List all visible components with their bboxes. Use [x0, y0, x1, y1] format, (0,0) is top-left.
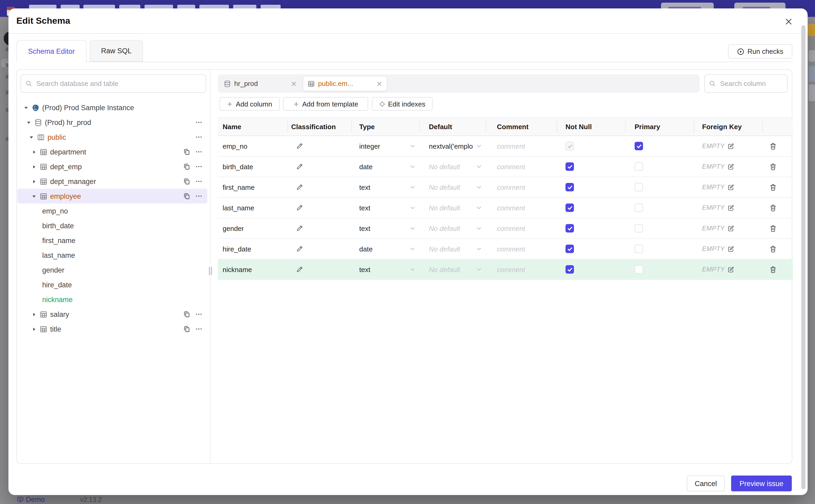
chevron-down-icon[interactable] [476, 266, 482, 273]
chevron-down-icon[interactable] [410, 246, 416, 252]
duplicate-table-icon[interactable] [183, 325, 190, 333]
caret-right-icon[interactable] [31, 178, 37, 185]
more-actions-icon[interactable] [195, 192, 202, 200]
classification-edit-icon[interactable] [296, 266, 303, 273]
tree-row-dept_emp[interactable]: dept_emp [17, 159, 207, 174]
caret-right-icon[interactable] [31, 311, 37, 317]
tree-row-dept_manager[interactable]: dept_manager [17, 174, 207, 189]
tree-row-gender[interactable]: gender [17, 263, 207, 277]
caret-down-icon[interactable] [28, 134, 34, 140]
column-name-cell[interactable]: hire_date [218, 239, 288, 259]
comment-cell[interactable]: comment [486, 136, 557, 156]
column-name-cell[interactable]: first_name [218, 177, 288, 197]
classification-edit-icon[interactable] [296, 183, 303, 191]
chevron-down-icon[interactable] [476, 184, 482, 190]
primary-checkbox[interactable] [635, 162, 643, 171]
caret-right-icon[interactable] [31, 326, 37, 332]
edit-foreign-key-icon[interactable] [727, 143, 734, 149]
column-name-cell[interactable]: emp_no [218, 136, 288, 156]
comment-cell[interactable]: comment [486, 218, 557, 238]
not-null-checkbox[interactable] [566, 162, 574, 171]
tree-row-employee[interactable]: employee [17, 189, 207, 203]
demo-link[interactable]: Demo [17, 496, 45, 503]
duplicate-table-icon[interactable] [183, 192, 190, 200]
delete-column-icon[interactable] [769, 163, 777, 171]
preview-issue-button[interactable]: Preview issue [731, 476, 792, 491]
column-name-cell[interactable]: nickname [218, 259, 288, 279]
comment-cell[interactable]: comment [486, 157, 557, 177]
column-name-cell[interactable]: birth_date [218, 157, 288, 177]
caret-down-icon[interactable] [25, 119, 32, 125]
chevron-down-icon[interactable] [410, 163, 416, 170]
classification-edit-icon[interactable] [296, 245, 303, 253]
close-tab-icon[interactable] [291, 80, 297, 87]
tab-raw-sql[interactable]: Raw SQL [90, 40, 143, 62]
tree-row-hire_date[interactable]: hire_date [17, 277, 207, 292]
edit-foreign-key-icon[interactable] [727, 163, 734, 170]
comment-cell[interactable]: comment [486, 198, 557, 218]
classification-edit-icon[interactable] [296, 142, 303, 150]
tree-row-salary[interactable]: salary [17, 307, 207, 322]
tree-row-emp_no[interactable]: emp_no [17, 203, 207, 218]
add-from-template-button[interactable]: Add from template [283, 97, 368, 111]
classification-edit-icon[interactable] [296, 225, 303, 232]
column-name-cell[interactable]: last_name [218, 198, 288, 218]
edit-foreign-key-icon[interactable] [727, 245, 734, 252]
tree-row-(Prod) Prod Sample Instance[interactable]: (Prod) Prod Sample Instance [17, 100, 207, 115]
primary-checkbox[interactable] [635, 183, 643, 191]
type-cell[interactable]: text [352, 198, 420, 218]
tree-row-title[interactable]: title [17, 322, 207, 336]
chevron-down-icon[interactable] [410, 266, 416, 273]
type-cell[interactable]: integer [352, 136, 420, 156]
type-cell[interactable]: date [352, 239, 420, 259]
not-null-checkbox[interactable] [566, 203, 574, 212]
tree-row-(Prod) hr_prod[interactable]: (Prod) hr_prod [17, 115, 207, 130]
delete-column-icon[interactable] [769, 204, 777, 212]
tree-row-birth_date[interactable]: birth_date [17, 218, 207, 233]
default-cell[interactable]: nextval('employ [420, 136, 486, 156]
delete-column-icon[interactable] [769, 265, 777, 273]
default-cell[interactable]: No default [420, 157, 486, 177]
type-cell[interactable]: date [352, 157, 420, 177]
edit-indexes-button[interactable]: Edit indexes [372, 97, 433, 111]
cancel-button[interactable]: Cancel [687, 476, 725, 491]
more-actions-icon[interactable] [195, 119, 202, 126]
more-actions-icon[interactable] [195, 163, 202, 170]
type-cell[interactable]: text [352, 177, 420, 197]
more-actions-icon[interactable] [195, 311, 202, 318]
tree-row-department[interactable]: department [17, 144, 207, 159]
chevron-down-icon[interactable] [476, 246, 482, 252]
primary-checkbox[interactable] [635, 265, 643, 274]
primary-checkbox[interactable] [635, 203, 643, 212]
not-null-checkbox[interactable] [566, 183, 574, 191]
not-null-checkbox[interactable] [566, 245, 574, 253]
duplicate-table-icon[interactable] [183, 311, 190, 318]
tree-row-nickname[interactable]: nickname [17, 292, 207, 307]
more-actions-icon[interactable] [195, 325, 202, 333]
chevron-down-icon[interactable] [410, 205, 416, 211]
default-cell[interactable]: No default [420, 177, 486, 197]
default-cell[interactable]: No default [420, 218, 486, 238]
run-checks-button[interactable]: Run checks [728, 44, 792, 59]
not-null-checkbox[interactable] [566, 265, 574, 274]
chevron-down-icon[interactable] [476, 143, 482, 149]
caret-down-icon[interactable] [23, 104, 29, 111]
open-tab-hr_prod[interactable]: hr_prod [219, 76, 301, 91]
classification-edit-icon[interactable] [296, 163, 303, 170]
default-cell[interactable]: No default [420, 259, 486, 279]
edit-foreign-key-icon[interactable] [727, 184, 734, 191]
tree-row-last_name[interactable]: last_name [17, 248, 207, 263]
chevron-down-icon[interactable] [410, 184, 416, 190]
close-icon[interactable] [784, 17, 793, 26]
primary-checkbox[interactable] [635, 142, 643, 150]
vertical-scrollbar[interactable] [801, 25, 806, 489]
more-actions-icon[interactable] [195, 178, 202, 185]
chevron-down-icon[interactable] [476, 163, 482, 170]
splitter-handle[interactable] [208, 267, 212, 275]
duplicate-table-icon[interactable] [183, 148, 190, 156]
column-name-cell[interactable]: gender [218, 218, 288, 238]
chevron-down-icon[interactable] [410, 143, 416, 149]
open-tab-publicem[interactable]: public.em... [303, 76, 387, 91]
comment-cell[interactable]: comment [486, 177, 557, 197]
comment-cell[interactable]: comment [486, 259, 557, 279]
